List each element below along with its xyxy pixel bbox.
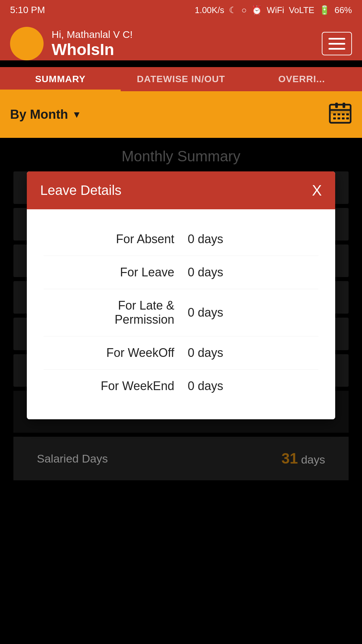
modal-header: Leave Details X xyxy=(27,171,335,209)
status-bar: 5:10 PM 1.00K/s ☾ ○ ⏰ WiFi VoLTE 🔋 66% xyxy=(0,0,362,20)
modal-weekend-value: 0 days xyxy=(188,379,318,393)
alarm-icon: ⏰ xyxy=(251,5,262,15)
modal-leave-label: For Leave xyxy=(44,265,188,279)
modal-row-weekoff: For WeekOff 0 days xyxy=(44,336,318,370)
menu-line-1 xyxy=(328,38,345,40)
modal-title: Leave Details xyxy=(40,183,121,198)
svg-rect-9 xyxy=(333,117,336,119)
signal-icon: VoLTE xyxy=(289,5,314,15)
svg-rect-3 xyxy=(335,103,338,108)
battery-percent: 66% xyxy=(335,5,352,15)
status-icons: 1.00K/s ☾ ○ ⏰ WiFi VoLTE 🔋 66% xyxy=(195,5,352,15)
svg-rect-10 xyxy=(338,117,340,119)
by-month-dropdown[interactable]: By Month ▼ xyxy=(10,107,81,122)
status-time: 5:10 PM xyxy=(10,5,45,15)
svg-rect-4 xyxy=(343,103,345,108)
modal-absent-label: For Absent xyxy=(44,232,188,246)
modal-row-absent: For Absent 0 days xyxy=(44,223,318,256)
dropdown-arrow-icon: ▼ xyxy=(72,109,81,120)
modal-absent-value: 0 days xyxy=(188,232,318,246)
greeting-text: Hi, Mathanlal V C! xyxy=(52,29,133,40)
menu-line-3 xyxy=(328,48,345,50)
svg-rect-5 xyxy=(333,113,336,115)
wifi-icon: WiFi xyxy=(267,5,284,15)
modal-leave-value: 0 days xyxy=(188,265,318,279)
svg-rect-6 xyxy=(338,113,340,115)
app-header: Hi, Mathanlal V C! WhoIsIn xyxy=(0,20,362,60)
svg-rect-8 xyxy=(346,113,349,115)
modal-weekend-label: For WeekEnd xyxy=(44,379,188,393)
sync-icon: ○ xyxy=(241,5,247,15)
by-month-label: By Month xyxy=(10,107,68,122)
modal-row-leave: For Leave 0 days xyxy=(44,256,318,289)
modal-weekoff-label: For WeekOff xyxy=(44,346,188,360)
network-speed: 1.00K/s xyxy=(195,5,224,15)
modal-body: For Absent 0 days For Leave 0 days For L… xyxy=(27,209,335,419)
menu-line-2 xyxy=(328,43,345,45)
header-text: Hi, Mathanlal V C! WhoIsIn xyxy=(52,29,133,59)
calendar-icon[interactable] xyxy=(328,101,352,128)
tab-override[interactable]: OVERRI... xyxy=(241,67,362,91)
nav-tabs: SUMMARY DATEWISE IN/OUT OVERRI... xyxy=(0,67,362,91)
modal-late-value: 0 days xyxy=(188,306,318,320)
svg-rect-12 xyxy=(346,117,349,119)
svg-rect-7 xyxy=(342,113,345,115)
tab-datewise[interactable]: DATEWISE IN/OUT xyxy=(121,67,241,91)
moon-icon: ☾ xyxy=(229,5,237,15)
battery-icon: 🔋 xyxy=(319,5,330,15)
menu-button[interactable] xyxy=(322,32,352,55)
leave-details-modal: Leave Details X For Absent 0 days For Le… xyxy=(27,171,335,419)
header-left: Hi, Mathanlal V C! WhoIsIn xyxy=(10,27,133,60)
modal-close-button[interactable]: X xyxy=(312,183,322,198)
tab-summary[interactable]: SUMMARY xyxy=(0,67,121,91)
avatar xyxy=(10,27,44,60)
modal-weekoff-value: 0 days xyxy=(188,346,318,360)
modal-late-label: For Late &Permission xyxy=(44,299,188,327)
modal-row-late: For Late &Permission 0 days xyxy=(44,289,318,336)
main-content: Monthly Summary Present Days 0 days Abse… xyxy=(0,138,362,480)
svg-rect-11 xyxy=(342,117,345,119)
app-title: WhoIsIn xyxy=(52,40,133,59)
modal-row-weekend: For WeekEnd 0 days xyxy=(44,370,318,402)
filter-bar: By Month ▼ xyxy=(0,91,362,138)
